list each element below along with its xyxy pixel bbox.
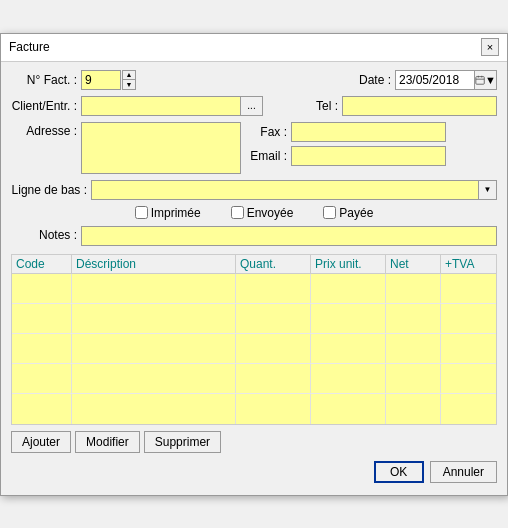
close-button[interactable]: × (481, 38, 499, 56)
cell-desc-2[interactable] (72, 304, 236, 333)
cell-desc-3[interactable] (72, 334, 236, 363)
ok-cancel-row: OK Annuler (11, 461, 497, 487)
cell-prix-5[interactable] (311, 394, 386, 424)
cell-code-1[interactable] (12, 274, 72, 303)
table-row[interactable] (12, 304, 496, 334)
notes-row: Notes : (11, 226, 497, 246)
cell-quant-1[interactable] (236, 274, 311, 303)
cell-prix-4[interactable] (311, 364, 386, 393)
ligne-bas-label: Ligne de bas : (11, 183, 91, 197)
col-prix-unit: Prix unit. (311, 255, 386, 273)
col-description: Déscription (72, 255, 236, 273)
date-section: Date : ▼ (355, 70, 497, 90)
spinner-up[interactable]: ▲ (122, 70, 136, 80)
ligne-bas-wrapper: ▼ (91, 180, 497, 200)
client-label: Client/Entr. : (11, 99, 81, 113)
cell-net-1[interactable] (386, 274, 441, 303)
ajouter-button[interactable]: Ajouter (11, 431, 71, 453)
annuler-button[interactable]: Annuler (430, 461, 497, 483)
modifier-button[interactable]: Modifier (75, 431, 140, 453)
cell-tva-2[interactable] (441, 304, 496, 333)
cell-tva-1[interactable] (441, 274, 496, 303)
email-input[interactable] (291, 146, 446, 166)
date-label: Date : (355, 73, 395, 87)
table-row[interactable] (12, 274, 496, 304)
fax-label: Fax : (249, 125, 291, 139)
fax-row: Fax : (249, 122, 446, 142)
adresse-textarea[interactable] (81, 122, 241, 174)
table-row[interactable] (12, 364, 496, 394)
cell-code-2[interactable] (12, 304, 72, 333)
col-quant: Quant. (236, 255, 311, 273)
cell-net-3[interactable] (386, 334, 441, 363)
imprimee-checkbox-item: Imprimée (135, 206, 201, 220)
notes-input[interactable] (81, 226, 497, 246)
cell-quant-4[interactable] (236, 364, 311, 393)
envoyee-checkbox-item: Envoyée (231, 206, 294, 220)
form-content: N° Fact. : ▲ ▼ Date : (1, 62, 507, 495)
cell-quant-2[interactable] (236, 304, 311, 333)
notes-label: Notes : (11, 226, 81, 242)
cell-quant-3[interactable] (236, 334, 311, 363)
fact-label: N° Fact. : (11, 73, 81, 87)
tel-input[interactable] (342, 96, 497, 116)
fact-spinner: ▲ ▼ (81, 70, 136, 90)
tel-section: Tel : (300, 96, 497, 116)
spinner-down[interactable]: ▼ (122, 80, 136, 90)
fax-input[interactable] (291, 122, 446, 142)
date-picker-button[interactable]: ▼ (475, 70, 497, 90)
adresse-row: Adresse : Fax : Email : (11, 122, 497, 174)
cell-net-2[interactable] (386, 304, 441, 333)
envoyee-checkbox[interactable] (231, 206, 244, 219)
table-body (12, 274, 496, 424)
cell-prix-3[interactable] (311, 334, 386, 363)
client-input[interactable] (81, 96, 241, 116)
date-input[interactable] (395, 70, 475, 90)
imprimee-checkbox[interactable] (135, 206, 148, 219)
title-bar: Facture × (1, 34, 507, 62)
fax-email-col: Fax : Email : (249, 122, 446, 166)
table-header: Code Déscription Quant. Prix unit. Net +… (12, 255, 496, 274)
cell-tva-4[interactable] (441, 364, 496, 393)
cell-tva-3[interactable] (441, 334, 496, 363)
action-buttons-row: Ajouter Modifier Supprimer (11, 431, 497, 453)
cell-desc-4[interactable] (72, 364, 236, 393)
cell-net-4[interactable] (386, 364, 441, 393)
cell-net-5[interactable] (386, 394, 441, 424)
cell-code-4[interactable] (12, 364, 72, 393)
items-table: Code Déscription Quant. Prix unit. Net +… (11, 254, 497, 425)
client-tel-row: Client/Entr. : ... Tel : (11, 96, 497, 116)
ligne-bas-dropdown-arrow[interactable]: ▼ (479, 180, 497, 200)
ligne-bas-input[interactable] (91, 180, 479, 200)
main-window: Facture × N° Fact. : ▲ ▼ Date : (0, 33, 508, 496)
window-title: Facture (9, 40, 50, 54)
email-label: Email : (249, 149, 291, 163)
checkboxes-row: Imprimée Envoyée Payée (11, 206, 497, 220)
ligne-bas-row: Ligne de bas : ▼ (11, 180, 497, 200)
cell-desc-1[interactable] (72, 274, 236, 303)
cell-desc-5[interactable] (72, 394, 236, 424)
ok-button[interactable]: OK (374, 461, 424, 483)
col-code: Code (12, 255, 72, 273)
payee-checkbox[interactable] (323, 206, 336, 219)
cell-prix-2[interactable] (311, 304, 386, 333)
col-tva: +TVA (441, 255, 496, 273)
cell-code-5[interactable] (12, 394, 72, 424)
browse-button[interactable]: ... (241, 96, 263, 116)
svg-rect-0 (476, 76, 484, 84)
tel-label: Tel : (300, 99, 342, 113)
cell-quant-5[interactable] (236, 394, 311, 424)
cell-prix-1[interactable] (311, 274, 386, 303)
table-row[interactable] (12, 334, 496, 364)
payee-checkbox-item: Payée (323, 206, 373, 220)
fact-date-row: N° Fact. : ▲ ▼ Date : (11, 70, 497, 90)
table-row[interactable] (12, 394, 496, 424)
supprimer-button[interactable]: Supprimer (144, 431, 221, 453)
cell-tva-5[interactable] (441, 394, 496, 424)
imprimee-label: Imprimée (151, 206, 201, 220)
fact-input[interactable] (81, 70, 121, 90)
adresse-label: Adresse : (11, 122, 81, 138)
envoyee-label: Envoyée (247, 206, 294, 220)
cell-code-3[interactable] (12, 334, 72, 363)
payee-label: Payée (339, 206, 373, 220)
